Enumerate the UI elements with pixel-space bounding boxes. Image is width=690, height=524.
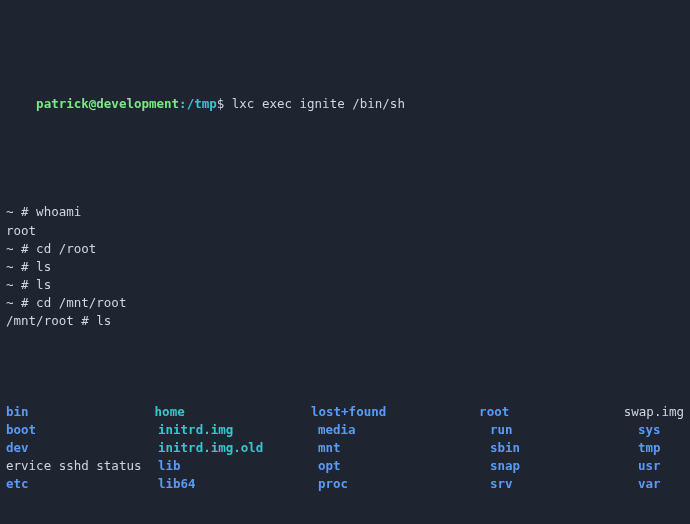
- ls-entry: var: [638, 475, 661, 493]
- ls-entry: lib64: [158, 475, 318, 493]
- prompt-text: ~ #: [6, 295, 36, 310]
- ls-entry: sbin: [490, 439, 638, 457]
- output-text: root: [6, 223, 36, 238]
- ls-row: etclib64procsrvvar: [6, 475, 684, 493]
- prompt-text: ~ #: [6, 259, 36, 274]
- prompt-text: ~ #: [6, 277, 36, 292]
- shell-line: ~ # whoami: [6, 203, 684, 221]
- output-text: cd /mnt/root: [36, 295, 126, 310]
- shell-line: ~ # cd /root: [6, 240, 684, 258]
- ls-entry: lib: [158, 457, 318, 475]
- ls-entry: initrd.img.old: [158, 439, 318, 457]
- ls-row: devinitrd.img.oldmntsbintmp: [6, 439, 684, 457]
- prompt-text: ~ #: [6, 241, 36, 256]
- ls-entry: etc: [6, 475, 158, 493]
- ls-entry: usr: [638, 457, 661, 475]
- ls-entry: snap: [490, 457, 638, 475]
- ls-entry: proc: [318, 475, 490, 493]
- ls-entry: swap.img: [624, 403, 684, 421]
- shell-line: root: [6, 222, 684, 240]
- ls-entry: bin: [6, 403, 155, 421]
- prompt-text: ~ #: [6, 204, 36, 219]
- ls-entry: run: [490, 421, 638, 439]
- cwd: :/tmp: [179, 96, 217, 111]
- output-text: whoami: [36, 204, 81, 219]
- ls-entry: srv: [490, 475, 638, 493]
- ls-entry: tmp: [638, 439, 661, 457]
- prompt-text: /mnt/root #: [6, 313, 96, 328]
- shell-line: /mnt/root # ls: [6, 312, 684, 330]
- ls-entry: initrd.img: [158, 421, 318, 439]
- shell-prompt-line: patrick@development:/tmp$ lxc exec ignit…: [6, 77, 684, 131]
- output-text: ls: [36, 259, 51, 274]
- output-text: ls: [36, 277, 51, 292]
- terminal[interactable]: patrick@development:/tmp$ lxc exec ignit…: [0, 0, 690, 524]
- ls-entry: dev: [6, 439, 158, 457]
- output-text: ls: [96, 313, 111, 328]
- ls-entry: mnt: [318, 439, 490, 457]
- output-text: cd /root: [36, 241, 96, 256]
- ls-entry: root: [479, 403, 624, 421]
- shell-line: ~ # ls: [6, 258, 684, 276]
- shell-line: ~ # ls: [6, 276, 684, 294]
- ls-entry: home: [155, 403, 311, 421]
- ls-entry: lost+found: [311, 403, 479, 421]
- ls-entry: media: [318, 421, 490, 439]
- ls-entry: ervice sshd status: [6, 457, 158, 475]
- ls-row: bootinitrd.imgmediarunsys: [6, 421, 684, 439]
- ls-row: binhomelost+foundrootswap.img: [6, 403, 684, 421]
- shell-line: ~ # cd /mnt/root: [6, 294, 684, 312]
- command-text: lxc exec ignite /bin/sh: [232, 96, 405, 111]
- prompt-symbol: $: [217, 96, 232, 111]
- ls-entry: opt: [318, 457, 490, 475]
- ls-row: ervice sshd statusliboptsnapusr: [6, 457, 684, 475]
- ls-entry: boot: [6, 421, 158, 439]
- user-host: patrick@development: [36, 96, 179, 111]
- ls-entry: sys: [638, 421, 661, 439]
